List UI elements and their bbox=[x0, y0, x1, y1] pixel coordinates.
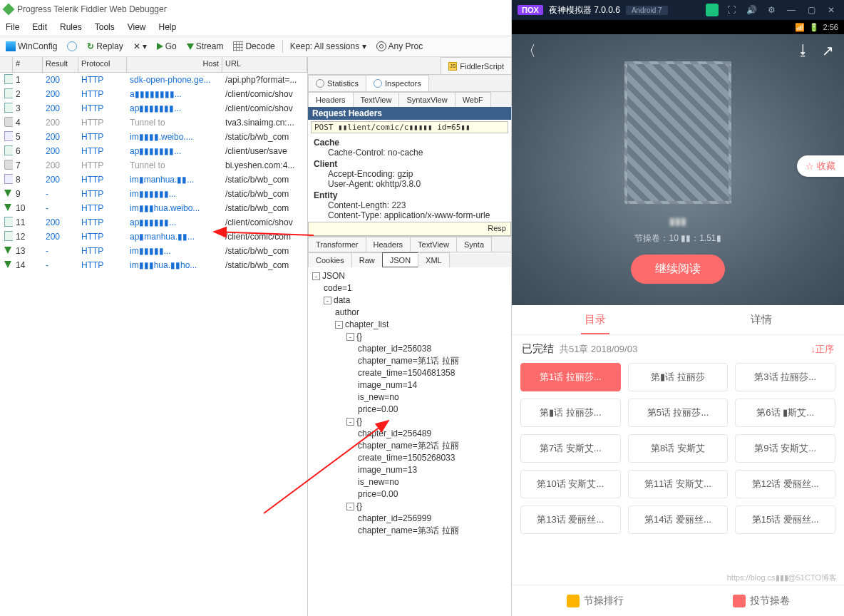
response-bar[interactable]: Resp bbox=[308, 222, 511, 236]
session-row[interactable]: 2200HTTPa▮▮▮▮▮▮▮▮.../client/comic/shov bbox=[0, 87, 307, 101]
tab-raw[interactable]: Raw bbox=[351, 252, 383, 267]
menu-edit[interactable]: Edit bbox=[32, 22, 47, 32]
rank-button[interactable]: 节操排行 bbox=[512, 585, 678, 616]
session-row[interactable]: 14-HTTPim▮▮▮hua.▮▮ho.../static/b/wb_com bbox=[0, 258, 307, 272]
tab-catalog[interactable]: 目录 bbox=[512, 305, 678, 334]
back-icon[interactable]: 〈 bbox=[522, 41, 536, 61]
chapter-chip[interactable]: 第▮话 拉丽莎... bbox=[520, 399, 621, 427]
tab-cookies[interactable]: Cookies bbox=[308, 252, 352, 267]
request-tabs: Headers TextView SyntaxView WebF bbox=[308, 91, 511, 107]
chapter-chip[interactable]: 第12话 爱丽丝... bbox=[735, 470, 835, 498]
comment-button[interactable] bbox=[64, 40, 80, 53]
vote-button[interactable]: 投节操卷 bbox=[678, 585, 844, 616]
menu-bar[interactable]: File Edit Rules Tools View Help bbox=[0, 19, 511, 36]
tab-req-headers[interactable]: Headers bbox=[308, 92, 354, 107]
tab-resp-synta[interactable]: Synta bbox=[456, 237, 492, 252]
tab-resp-textview[interactable]: TextView bbox=[410, 237, 457, 252]
session-row[interactable]: 10-HTTPim▮▮▮hua.weibo.../static/b/wb_com bbox=[0, 201, 307, 215]
chapter-chip[interactable]: 第9话 安斯艾... bbox=[735, 434, 835, 463]
download-icon[interactable]: ⭳ bbox=[796, 42, 810, 59]
share-icon[interactable]: ↗ bbox=[822, 42, 834, 59]
tab-req-syntax[interactable]: SyntaxView bbox=[398, 92, 455, 107]
session-header: # Result Protocol Host URL bbox=[0, 57, 307, 73]
nox-brand: ΠOX bbox=[518, 5, 543, 15]
grid-icon bbox=[233, 41, 243, 51]
magnify-icon bbox=[374, 79, 382, 88]
js-icon: JS bbox=[448, 62, 457, 71]
tab-req-textview[interactable]: TextView bbox=[353, 92, 400, 107]
tab-fiddlerscript[interactable]: JSFiddlerScript bbox=[441, 57, 511, 74]
title-bar: Progress Telerik Fiddler Web Debugger bbox=[0, 0, 511, 19]
volume-icon[interactable]: 🔊 bbox=[744, 3, 758, 17]
window-title: Progress Telerik Fiddler Web Debugger bbox=[17, 4, 167, 14]
nox-titlebar: ΠOX 夜神模拟器 7.0.0.6 Android 7 ⛶ 🔊 ⚙ — ▢ ✕ bbox=[512, 0, 844, 20]
chapter-chip[interactable]: 第1话 拉丽莎... bbox=[520, 363, 621, 391]
sort-button[interactable]: ↓正序 bbox=[811, 343, 835, 356]
tab-resp-headers[interactable]: Headers bbox=[366, 237, 411, 252]
menu-file[interactable]: File bbox=[6, 22, 19, 32]
session-row[interactable]: 12200HTTPap▮manhua.▮▮.../client/comic/co… bbox=[0, 230, 307, 244]
request-header-block: CacheCache-Control: no-cache ClientAccep… bbox=[308, 135, 511, 222]
chapter-chip[interactable]: 第6话 ▮斯艾... bbox=[735, 399, 835, 427]
chapter-grid: 第1话 拉丽莎...第▮话 拉丽莎第3话 拉丽莎...第▮话 拉丽莎...第5话… bbox=[512, 363, 844, 534]
session-row[interactable]: 3200HTTPap▮▮▮▮▮▮▮.../client/comic/shov bbox=[0, 101, 307, 115]
chapter-meta: 已完结 共51章 2018/09/03 ↓正序 bbox=[512, 335, 844, 363]
fiddler-icon bbox=[3, 4, 15, 16]
menu-view[interactable]: View bbox=[128, 22, 146, 32]
stream-button[interactable]: Stream bbox=[184, 40, 227, 53]
session-row[interactable]: 4200HTTPTunnel totva3.sinaimg.cn:... bbox=[0, 115, 307, 130]
tab-statistics[interactable]: Statistics bbox=[308, 75, 366, 91]
remove-button[interactable]: ✕▾ bbox=[130, 40, 150, 53]
session-row[interactable]: 8200HTTPim▮manhua.▮▮.../static/b/wb_com bbox=[0, 173, 307, 187]
chapter-chip[interactable]: 第10话 安斯艾... bbox=[520, 470, 621, 498]
chapter-chip[interactable]: 第14话 爱丽丝... bbox=[628, 505, 729, 534]
tab-xml[interactable]: XML bbox=[418, 252, 450, 267]
tab-inspectors[interactable]: Inspectors bbox=[366, 75, 429, 91]
decode-button[interactable]: Decode bbox=[230, 40, 277, 53]
json-tree[interactable]: -JSONcode=1-dataauthor-chapter_list-{}ch… bbox=[308, 267, 511, 616]
go-button[interactable]: Go bbox=[154, 40, 180, 53]
session-row[interactable]: 13-HTTPim▮▮▮▮▮.../static/b/wb_com bbox=[0, 244, 307, 258]
chapter-chip[interactable]: 第8话 安斯艾 bbox=[628, 434, 729, 463]
keep-dropdown[interactable]: Keep: All sessions ▾ bbox=[287, 40, 369, 53]
comic-hero: ☆收藏 ▮▮▮ 节操卷：10 ▮▮：1.51▮ 继续阅读 bbox=[512, 34, 844, 305]
stream-icon bbox=[187, 43, 194, 50]
settings-icon[interactable]: ⚙ bbox=[764, 3, 778, 17]
chapter-chip[interactable]: 第3话 拉丽莎... bbox=[735, 363, 835, 391]
menu-tools[interactable]: Tools bbox=[95, 22, 115, 32]
nox-title: 夜神模拟器 7.0.0.6 bbox=[549, 4, 620, 16]
winconfig-button[interactable]: WinConfig bbox=[3, 40, 60, 53]
chapter-chip[interactable]: 第13话 爱丽丝... bbox=[520, 505, 621, 534]
tab-detail[interactable]: 详情 bbox=[678, 305, 844, 334]
session-row[interactable]: 11200HTTPap▮▮▮▮▮▮.../client/comic/shov bbox=[0, 215, 307, 230]
store-icon[interactable] bbox=[706, 4, 719, 16]
maximize-icon[interactable]: ▢ bbox=[804, 3, 818, 17]
watermark: https://blog.cs▮▮▮@51CTO博客 bbox=[727, 573, 837, 583]
tab-transformer[interactable]: Transformer bbox=[308, 237, 366, 252]
continue-read-button[interactable]: 继续阅读 bbox=[631, 255, 725, 284]
fullscreen-icon[interactable]: ⛶ bbox=[724, 3, 738, 17]
favorite-button[interactable]: ☆收藏 bbox=[797, 155, 844, 177]
session-row[interactable]: 6200HTTPap▮▮▮▮▮▮▮.../client/user/save bbox=[0, 144, 307, 158]
replay-button[interactable]: ↻Replay bbox=[84, 40, 125, 53]
chapter-chip[interactable]: 第▮话 拉丽莎 bbox=[628, 363, 729, 391]
chapter-chip[interactable]: 第15话 爱丽丝... bbox=[735, 505, 835, 534]
android-statusbar: 📶 🔋 2:56 bbox=[512, 20, 844, 34]
tab-req-webf[interactable]: WebF bbox=[455, 92, 491, 107]
tab-json[interactable]: JSON bbox=[382, 252, 418, 267]
response-tabs-2: Cookies Raw JSON XML bbox=[308, 252, 511, 267]
any-process-button[interactable]: Any Proc bbox=[374, 40, 426, 53]
trophy-icon bbox=[567, 595, 580, 607]
session-row[interactable]: 5200HTTPim▮▮▮▮.weibo..../static/b/wb_com bbox=[0, 130, 307, 144]
session-row[interactable]: 7200HTTPTunnel tobi.yeshen.com:4... bbox=[0, 158, 307, 173]
close-icon[interactable]: ✕ bbox=[824, 3, 838, 17]
minimize-icon[interactable]: — bbox=[784, 3, 798, 17]
menu-rules[interactable]: Rules bbox=[60, 22, 82, 32]
session-row[interactable]: 1200HTTPsdk-open-phone.ge.../api.php?for… bbox=[0, 73, 307, 87]
chapter-chip[interactable]: 第5话 拉丽莎... bbox=[628, 399, 729, 427]
chapter-chip[interactable]: 第7话 安斯艾... bbox=[520, 434, 621, 463]
chapter-chip[interactable]: 第11话 安斯艾... bbox=[628, 470, 729, 498]
menu-help[interactable]: Help bbox=[159, 22, 177, 32]
response-tabs-1: Transformer Headers TextView Synta bbox=[308, 236, 511, 252]
session-row[interactable]: 9-HTTPim▮▮▮▮▮▮.../static/b/wb_com bbox=[0, 187, 307, 201]
